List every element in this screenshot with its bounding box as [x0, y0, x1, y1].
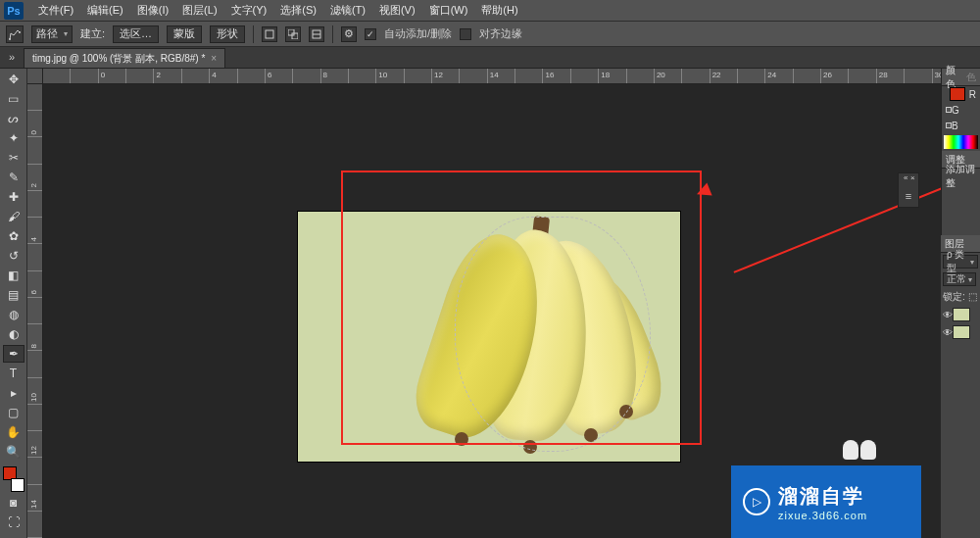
brush-tool-icon[interactable]: 🖌: [3, 208, 24, 225]
layer-row-1[interactable]: 👁: [941, 306, 980, 323]
menu-window[interactable]: 窗口(W): [422, 3, 475, 18]
stamp-tool-icon[interactable]: ✿: [3, 227, 24, 245]
lasso-tool-icon[interactable]: ᔕ: [3, 110, 24, 127]
watermark-title: 溜溜自学: [778, 483, 867, 510]
canvas-area[interactable]: 024681012141618202224262830 02468101214: [27, 69, 960, 538]
panel-head: « ×: [899, 175, 918, 185]
path-mode-value: 路径: [36, 26, 58, 41]
auto-add-label: 自动添加/删除: [384, 26, 452, 41]
ruler-origin[interactable]: [27, 69, 43, 84]
menu-bar: Ps 文件(F) 编辑(E) 图像(I) 图层(L) 文字(Y) 选择(S) 滤…: [0, 0, 980, 22]
shape-tool-icon[interactable]: ▢: [3, 404, 24, 421]
color-tab[interactable]: 颜色 色: [942, 69, 980, 86]
marquee-tool-icon[interactable]: ▭: [3, 90, 24, 108]
pen-tool-icon[interactable]: ✒: [3, 345, 24, 363]
dodge-tool-icon[interactable]: ◐: [3, 325, 24, 343]
zoom-tool-icon[interactable]: 🔍: [3, 443, 24, 461]
eyedropper-tool-icon[interactable]: ✎: [3, 169, 24, 186]
document-tab-bar: » timg.jpg @ 100% (背景 副本, RGB/8#) * ×: [0, 47, 980, 69]
eraser-tool-icon[interactable]: ◧: [3, 267, 24, 284]
g-label: G: [952, 105, 959, 116]
wand-tool-icon[interactable]: ✦: [3, 129, 24, 147]
align-edges-checkbox[interactable]: [460, 28, 471, 40]
path-select-tool-icon[interactable]: ▸: [3, 384, 24, 402]
make-label: 建立:: [80, 26, 105, 41]
history-brush-tool-icon[interactable]: ↺: [3, 247, 24, 265]
make-shape-button[interactable]: 形状: [210, 25, 245, 43]
make-selection-button[interactable]: 选区…: [113, 25, 159, 43]
visibility-icon[interactable]: 👁: [943, 327, 953, 338]
menu-file[interactable]: 文件(F): [31, 3, 80, 18]
app-logo: Ps: [4, 2, 24, 20]
path-op-1-icon[interactable]: [262, 26, 277, 42]
menu-filter[interactable]: 滤镜(T): [323, 3, 372, 18]
path-op-3-icon[interactable]: [309, 26, 324, 42]
vertical-ruler[interactable]: 02468101214: [27, 84, 43, 538]
collapsed-panel-group[interactable]: « × ≡: [898, 172, 919, 208]
artboard-viewport: « × ≡ ▷ 溜溜自学 zixue.3d66.com: [43, 84, 960, 538]
make-mask-button[interactable]: 蒙版: [167, 25, 202, 43]
annotation-rectangle: [341, 171, 702, 445]
path-op-2-icon[interactable]: [285, 26, 301, 42]
heal-tool-icon[interactable]: ✚: [3, 188, 24, 206]
tab-group-grip[interactable]: »: [0, 46, 24, 68]
auto-add-checkbox[interactable]: ✓: [365, 28, 376, 40]
gradient-tool-icon[interactable]: ▤: [3, 286, 24, 304]
history-panel-icon[interactable]: ≡: [900, 187, 917, 205]
watermark-url: zixue.3d66.com: [778, 510, 867, 521]
options-separator-2: [332, 25, 333, 43]
layer-thumb: [953, 325, 970, 339]
menu-view[interactable]: 视图(V): [372, 3, 422, 18]
svg-point-0: [9, 38, 11, 40]
toolbox: ✥ ▭ ᔕ ✦ ✂ ✎ ✚ 🖌 ✿ ↺ ◧ ▤ ◍ ◐ ✒ T ▸ ▢ ✋ 🔍 …: [0, 69, 27, 538]
panel-fg-swatch[interactable]: [950, 87, 965, 101]
right-panel-column: 颜色 色 R G B 调整 添加调整 图层 ρ 类型 正常 锁定: ⬚ 👁 👁: [941, 69, 980, 538]
gear-icon[interactable]: ⚙: [341, 26, 357, 42]
blend-mode-select[interactable]: 正常: [943, 272, 976, 286]
watermark-overlay: ▷ 溜溜自学 zixue.3d66.com: [731, 465, 921, 538]
b-label: B: [952, 121, 958, 131]
options-separator: [253, 25, 254, 43]
color-spectrum[interactable]: [944, 135, 978, 149]
color-swatches[interactable]: [3, 466, 24, 492]
layers-panel: 图层 ρ 类型 正常 锁定: ⬚ 👁 👁: [941, 235, 980, 538]
move-tool-icon[interactable]: ✥: [3, 71, 24, 88]
hand-tool-icon[interactable]: ✋: [3, 423, 24, 441]
svg-rect-3: [288, 29, 294, 35]
menu-image[interactable]: 图像(I): [130, 3, 175, 18]
svg-rect-2: [266, 30, 273, 38]
close-icon[interactable]: ×: [910, 175, 916, 181]
layer-thumb: [953, 308, 970, 321]
options-bar: 路径 建立: 选区… 蒙版 形状 ⚙ ✓ 自动添加/删除 对齐边缘: [0, 22, 980, 47]
document-tab[interactable]: timg.jpg @ 100% (背景 副本, RGB/8#) * ×: [24, 48, 225, 68]
type-tool-icon[interactable]: T: [3, 365, 24, 382]
blur-tool-icon[interactable]: ◍: [3, 306, 24, 323]
background-swatch[interactable]: [11, 478, 24, 492]
active-tool-icon[interactable]: [6, 25, 24, 43]
screenmode-icon[interactable]: ⛶: [3, 514, 24, 531]
svg-rect-4: [292, 33, 298, 39]
lock-row: 锁定: ⬚: [941, 288, 980, 306]
watermark-play-icon: ▷: [743, 488, 770, 515]
path-mode-select[interactable]: 路径: [31, 25, 73, 43]
menu-layer[interactable]: 图层(L): [175, 3, 223, 18]
quickmask-icon[interactable]: ◙: [3, 494, 24, 512]
layer-row-2[interactable]: 👁: [941, 323, 980, 341]
menu-type[interactable]: 文字(Y): [224, 3, 274, 18]
adjustments-hint: 添加调整: [942, 169, 980, 184]
align-edges-label: 对齐边缘: [479, 26, 522, 41]
close-tab-icon[interactable]: ×: [211, 53, 217, 64]
menu-select[interactable]: 选择(S): [273, 3, 323, 18]
r-label: R: [969, 89, 976, 100]
crop-tool-icon[interactable]: ✂: [3, 149, 24, 167]
visibility-icon[interactable]: 👁: [943, 310, 953, 320]
layer-filter-select[interactable]: ρ 类型: [943, 255, 978, 269]
menu-edit[interactable]: 编辑(E): [80, 3, 130, 18]
expand-icon[interactable]: «: [904, 175, 909, 181]
svg-point-1: [19, 31, 21, 33]
horizontal-ruler[interactable]: 024681012141618202224262830: [43, 69, 960, 84]
background-shapes: [843, 440, 876, 460]
main-area: ✥ ▭ ᔕ ✦ ✂ ✎ ✚ 🖌 ✿ ↺ ◧ ▤ ◍ ◐ ✒ T ▸ ▢ ✋ 🔍 …: [0, 69, 980, 538]
document-tab-title: timg.jpg @ 100% (背景 副本, RGB/8#) *: [32, 52, 205, 66]
menu-help[interactable]: 帮助(H): [474, 3, 524, 18]
